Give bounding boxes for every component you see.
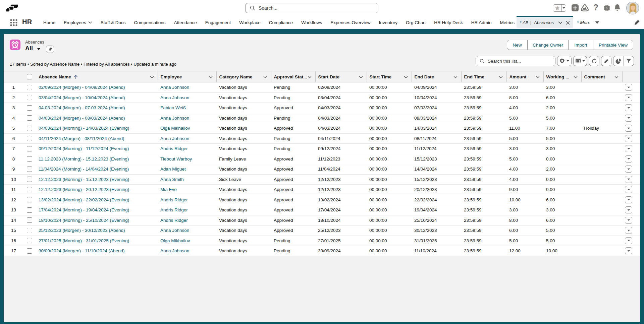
svg-text:?: ? [593, 4, 599, 12]
